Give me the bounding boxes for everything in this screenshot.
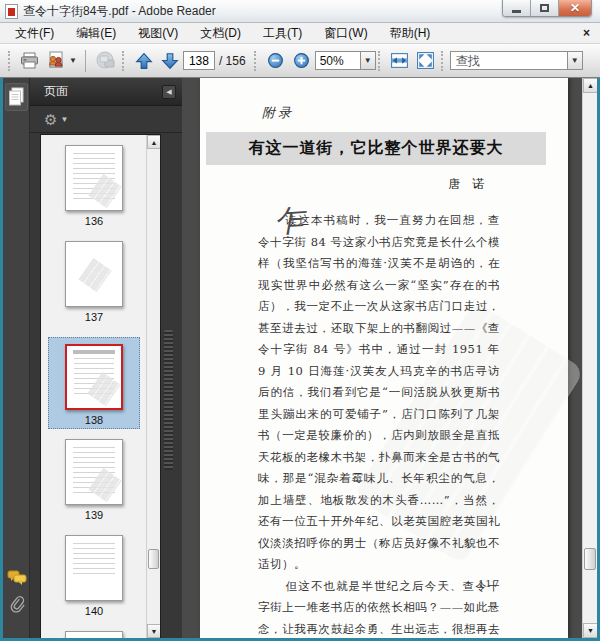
- title-bar: 查令十字街84号.pdf - Adobe Reader ✕: [0, 0, 600, 23]
- panel-splitter-grip[interactable]: [164, 330, 173, 470]
- thumbnail-list: 136 137 138: [41, 135, 147, 638]
- zoom-in-button[interactable]: [289, 48, 315, 74]
- thumbnails-pane: 136 137 138: [40, 134, 161, 638]
- drop-cap: 乍: [273, 200, 306, 243]
- toolbar-grip: [441, 51, 446, 71]
- zoom-in-icon: [293, 52, 310, 69]
- scrollbar-thumb[interactable]: [584, 548, 596, 570]
- thumbnail-preview: [65, 241, 123, 307]
- scroll-down-button[interactable]: ▼: [147, 624, 161, 638]
- chevron-down-icon: ▼: [69, 56, 77, 65]
- minimize-button[interactable]: [503, 0, 531, 16]
- main-area: 页面 ◀ ⚙ ▼ 136: [3, 78, 597, 638]
- thumbnail-page-141[interactable]: [65, 631, 123, 638]
- document-page: 附录 有这一道街，它比整个世界还要大 唐 诺 乍 读这本书稿时，我一直努力在回想…: [200, 78, 568, 638]
- page-number-input[interactable]: [183, 51, 215, 70]
- section-label: 附录: [262, 104, 294, 122]
- find-input[interactable]: [450, 51, 568, 70]
- comments-icon: [7, 569, 27, 587]
- page-total-label: / 156: [219, 54, 246, 68]
- pages-panel: 页面 ◀ ⚙ ▼ 136: [30, 78, 182, 638]
- thumbnail-preview: [65, 145, 123, 211]
- paragraph: 读这本书稿时，我一直努力在回想，查令十字街 84 号这家小书店究竟是长什么个模样…: [258, 210, 500, 576]
- menu-help[interactable]: 帮助(H): [379, 23, 442, 44]
- arrow-up-icon: [135, 52, 153, 70]
- menu-edit[interactable]: 编辑(E): [65, 23, 127, 44]
- email-share-button[interactable]: ▼: [43, 48, 79, 74]
- fit-width-icon: [390, 51, 409, 70]
- previous-page-button[interactable]: [131, 48, 157, 74]
- print-button[interactable]: [17, 48, 43, 74]
- menu-bar: 文件(F) 编辑(E) 视图(V) 文档(D) 工具(T) 窗口(W) 帮助(H…: [0, 23, 600, 44]
- thumbnail-page-137[interactable]: 137: [65, 241, 123, 323]
- collaborate-button-disabled: [92, 48, 120, 74]
- thumbnail-page-139[interactable]: 139: [65, 439, 123, 521]
- body-text: 乍 读这本书稿时，我一直努力在回想，查令十字街 84 号这家小书店究竟是长什么个…: [258, 210, 500, 638]
- menu-file[interactable]: 文件(F): [4, 23, 65, 44]
- thumbnail-label: 140: [85, 605, 103, 617]
- menu-document[interactable]: 文档(D): [189, 23, 252, 44]
- fit-width-button[interactable]: [387, 48, 413, 74]
- scroll-down-button[interactable]: ▼: [583, 623, 597, 638]
- panel-options-bar: ⚙ ▼: [30, 106, 182, 133]
- document-pane: 附录 有这一道街，它比整个世界还要大 唐 诺 乍 读这本书稿时，我一直努力在回想…: [182, 78, 597, 638]
- adobe-reader-window: 查令十字街84号.pdf - Adobe Reader ✕ 文件(F) 编辑(E…: [0, 0, 600, 641]
- thumbnail-label: 139: [85, 509, 103, 521]
- scroll-up-button[interactable]: ▲: [147, 135, 161, 149]
- panel-header: 页面 ◀: [30, 78, 182, 106]
- chapter-title: 有这一道街，它比整个世界还要大: [249, 138, 504, 159]
- toolbar-grip: [254, 51, 259, 71]
- thumbnail-preview: [65, 631, 123, 638]
- thumbnail-label: 138: [85, 414, 103, 426]
- panel-title: 页面: [44, 83, 162, 100]
- find-dropdown-button[interactable]: ▼: [568, 51, 583, 70]
- pages-panel-button[interactable]: [5, 83, 28, 111]
- zoom-level-value[interactable]: 50%: [315, 51, 361, 70]
- menu-tools[interactable]: 工具(T): [252, 23, 313, 44]
- gear-icon[interactable]: ⚙: [44, 112, 57, 127]
- thumbnail-preview: [65, 439, 123, 505]
- author-name: 唐 诺: [258, 176, 488, 193]
- share-document-icon: [45, 51, 67, 70]
- thumbnail-preview: [65, 535, 123, 601]
- thumbnail-label: 137: [85, 311, 103, 323]
- thumbnail-preview: [65, 344, 123, 410]
- zoom-out-icon: [267, 52, 284, 69]
- arrow-down-icon: [161, 52, 179, 70]
- thumbnail-page-138-selected[interactable]: 138: [48, 337, 140, 429]
- toolbar-grip: [122, 51, 127, 71]
- close-button[interactable]: ✕: [559, 0, 591, 16]
- minimize-icon: [512, 10, 521, 13]
- menu-window[interactable]: 窗口(W): [313, 23, 378, 44]
- thumbnails-scrollbar[interactable]: ▲ ▼: [146, 135, 160, 638]
- pages-icon: [8, 87, 25, 107]
- scrollbar-thumb[interactable]: [148, 549, 159, 569]
- next-page-button[interactable]: [157, 48, 183, 74]
- pdf-file-icon: [5, 4, 18, 19]
- scroll-up-button[interactable]: ▲: [583, 78, 597, 93]
- window-controls: ✕: [502, 0, 592, 17]
- toolbar-grip: [8, 51, 13, 71]
- toolbar-separator: [85, 50, 86, 72]
- menubar-close-icon[interactable]: ×: [583, 26, 590, 40]
- panel-collapse-button[interactable]: ◀: [162, 85, 176, 99]
- zoom-dropdown-button[interactable]: ▼: [361, 51, 376, 70]
- zoom-out-button[interactable]: [263, 48, 289, 74]
- comments-panel-button[interactable]: [6, 566, 27, 590]
- maximize-icon: [540, 4, 549, 12]
- window-title: 查令十字街84号.pdf - Adobe Reader: [23, 3, 216, 20]
- navigation-panel-strip: [3, 78, 30, 638]
- fit-page-icon: [416, 51, 435, 70]
- fit-page-button[interactable]: [413, 48, 439, 74]
- document-scrollbar[interactable]: ▲ ▼: [582, 78, 597, 638]
- maximize-button[interactable]: [531, 0, 559, 16]
- thumbnail-page-140[interactable]: 140: [65, 535, 123, 617]
- menu-view[interactable]: 视图(V): [127, 23, 189, 44]
- thumbnail-page-136[interactable]: 136: [65, 145, 123, 227]
- collaborate-icon: [94, 51, 118, 71]
- toolbar-grip: [378, 51, 383, 71]
- chevron-down-icon[interactable]: ▼: [60, 115, 68, 124]
- page-number: 117: [258, 578, 500, 589]
- attachments-panel-button[interactable]: [6, 594, 27, 618]
- paperclip-icon: [8, 595, 26, 617]
